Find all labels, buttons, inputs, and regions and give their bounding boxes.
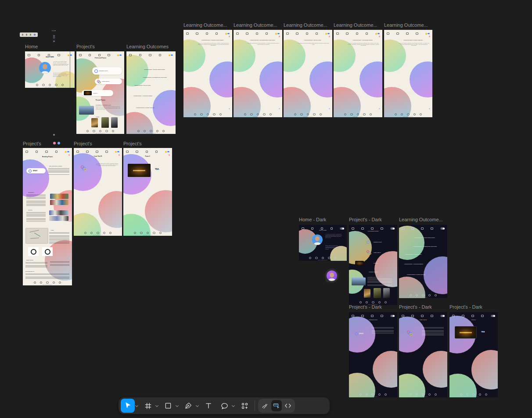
frame-label-projectx[interactable]: Project's xyxy=(123,141,142,147)
mini-footer: 2023 · Defa Can Deniz © xyxy=(126,130,176,133)
toolbar-divider xyxy=(255,400,255,411)
frame-label-createux[interactable]: Project's xyxy=(74,141,92,147)
frame-label-outcomes[interactable]: Learning Outcomes xyxy=(126,44,169,50)
dev-mode-button[interactable] xyxy=(283,400,293,411)
pen-tool-chevron[interactable] xyxy=(195,401,199,410)
mini-navbar xyxy=(126,51,176,58)
shape-tool[interactable] xyxy=(161,399,175,413)
frame-projectx-dark[interactable]: Project X TBA 2023 · Defa Can Deniz © xyxy=(449,312,498,397)
theme-toggle-icon xyxy=(115,151,119,153)
blue-dot xyxy=(279,108,280,110)
frame-lo3[interactable]: Learning outcome 3: Interface design You… xyxy=(284,30,332,117)
more-paragraph: On this portfolio you can find my profes… xyxy=(53,72,69,77)
mini-icon xyxy=(26,34,27,36)
mini-widget-component[interactable] xyxy=(53,40,55,43)
actions-tool[interactable] xyxy=(237,399,252,413)
frame-projectx[interactable]: Project X TBA 2023 · Defa Can Deniz © xyxy=(123,148,172,236)
theme-toggle-icon xyxy=(65,151,69,153)
frame-branding[interactable]: Branding Project DEFAST Who is this bran… xyxy=(23,148,72,285)
lo-title: Learning outcome 1: Interactive Media Pr… xyxy=(195,40,230,40)
frame-lo4[interactable]: Learning outcome 4: Professional standar… xyxy=(334,30,382,117)
mini-navbar-component[interactable] xyxy=(20,32,38,37)
frame-label-createux-dark[interactable]: Project's - Dark xyxy=(399,304,432,310)
gradient-blob xyxy=(410,61,432,97)
pen-tool[interactable] xyxy=(181,399,195,413)
frame-createux-dark[interactable]: Create That UX 2023 · Defa Can Deniz © xyxy=(399,312,447,397)
mini-navbar xyxy=(349,225,397,231)
paragraph-lines xyxy=(25,274,69,280)
frame-label-lo2[interactable]: Learning Outcome... xyxy=(234,22,279,28)
frame-label-lo4[interactable]: Learning Outcome... xyxy=(334,22,379,28)
pink-dot xyxy=(68,154,70,156)
frame-lo2[interactable]: Learning outcome 2: Development and Vers… xyxy=(234,30,282,117)
frame-label-outcomes-dark[interactable]: Learning Outcome... xyxy=(399,217,446,223)
frame-label-lo1[interactable]: Learning Outcome... xyxy=(183,22,229,28)
mini-footer: 2023 · Defa Can Deniz © xyxy=(23,281,72,285)
theme-toggle-icon xyxy=(375,32,380,35)
draw-mode-button[interactable] xyxy=(260,400,270,411)
mini-footer: 2023 · Defa Can Deniz © xyxy=(284,113,332,117)
frame-projects[interactable]: Professional Projects Branding Project C… xyxy=(76,51,124,134)
mini-footer: 2023 · Defa Can Deniz © xyxy=(25,84,75,87)
theme-toggle-icon xyxy=(165,151,169,153)
frame-home-dark[interactable]: HELLO THERE Hi! I'm Defa, an interactive… xyxy=(299,225,347,261)
mini-navbar xyxy=(334,30,382,36)
frame-outcomes-dark[interactable]: Learning outcome 1: Interactive Media Pr… xyxy=(399,225,447,298)
frame-label-lo5[interactable]: Learning Outcome... xyxy=(384,22,430,28)
figma-toolbar xyxy=(119,397,330,414)
section-heading: Brand Strategy xyxy=(26,259,33,260)
frame-tool[interactable] xyxy=(141,399,155,413)
createux-logo xyxy=(81,166,87,172)
blue-dot xyxy=(69,257,71,259)
shape-tool-chevron[interactable] xyxy=(175,401,179,410)
frame-tool-chevron[interactable] xyxy=(155,401,158,410)
frame-label-projects[interactable]: Project's xyxy=(76,44,95,50)
frame-home[interactable]: HELLO THERE Hi! I'm Defa, an interactive… xyxy=(25,51,75,88)
move-tool[interactable] xyxy=(121,399,135,413)
section-heading: Sketches xyxy=(28,209,32,210)
photo-thumbnail xyxy=(91,118,98,127)
mini-footer: 2023 · Defa Can Deniz © xyxy=(74,232,122,235)
brand-logo: DEFAST xyxy=(26,168,46,173)
frame-label-branding[interactable]: Project's xyxy=(23,141,41,147)
frame-label-projectx-dark[interactable]: Project's - Dark xyxy=(449,304,482,310)
frame-label-home[interactable]: Home xyxy=(25,44,38,50)
frame-projects-dark[interactable]: Professional Projects Branding Project C… xyxy=(349,225,397,305)
gradient-blob xyxy=(373,351,397,388)
blue-swatch[interactable] xyxy=(58,142,60,144)
photo-thumbnail xyxy=(111,117,118,128)
createux-logo xyxy=(407,331,413,337)
theme-toggle-icon xyxy=(169,54,173,56)
frame-lo5[interactable]: Learning outcome 5: Personal Leadership … xyxy=(384,30,432,117)
comment-tool[interactable] xyxy=(217,399,231,413)
mini-widget-component[interactable] xyxy=(53,35,55,39)
pink-swatch[interactable] xyxy=(53,142,56,144)
mini-dot[interactable] xyxy=(53,134,55,136)
text-tool[interactable] xyxy=(201,399,216,413)
outcome-link: Learning outcome 4: Professional standar… xyxy=(133,95,164,96)
frame-createux[interactable]: Create That UX A UX concepting project i… xyxy=(74,148,122,236)
lo-body: You take the initiative in asking for an… xyxy=(398,43,430,46)
move-tool-chevron[interactable] xyxy=(135,401,138,410)
blue-dot xyxy=(379,108,381,110)
lo-body: You apply professional and structured (i… xyxy=(348,43,379,46)
frame-label-lo3[interactable]: Learning Outcome... xyxy=(284,22,329,28)
comment-tool-chevron[interactable] xyxy=(231,401,235,410)
frame-lo1[interactable]: Learning outcome 1: Interactive Media Pr… xyxy=(183,30,232,117)
measure-mode-button[interactable] xyxy=(271,400,282,411)
gradient-blob xyxy=(126,55,148,86)
paragraph-lines xyxy=(372,327,394,334)
mini-footer: 2023 · Defa Can Deniz © xyxy=(399,294,447,298)
frame-branding-dark[interactable]: Branding Project DEFAST 2023 · Defa Can … xyxy=(349,312,397,397)
frame-outcomes[interactable]: Learning outcome 1: Interactive Media Pr… xyxy=(126,51,176,134)
blue-dot xyxy=(229,108,230,110)
section-heading: Reflection (DRAFT) xyxy=(25,271,34,272)
frame-label-projects-dark[interactable]: Project's - Dark xyxy=(349,217,382,223)
lo-title: Learning outcome 5: Personal Leadership xyxy=(395,40,431,40)
more-paragraph: On this portfolio you can find my profes… xyxy=(325,245,342,250)
pink-dot xyxy=(329,36,331,37)
frame-label-home-dark[interactable]: Home - Dark xyxy=(299,217,326,223)
collaborator-avatar[interactable] xyxy=(325,269,339,283)
frame-label-branding-dark[interactable]: Project's - Dark xyxy=(349,304,382,310)
mini-dots-component[interactable] xyxy=(52,30,57,32)
